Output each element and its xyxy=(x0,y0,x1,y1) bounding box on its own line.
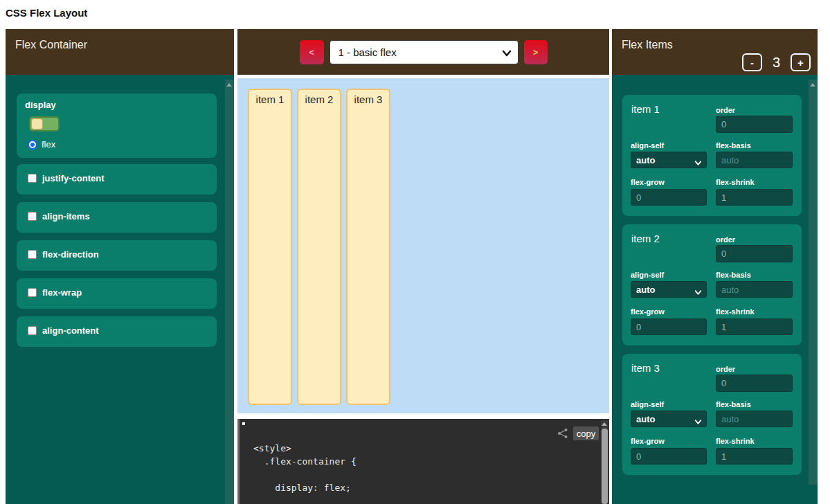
align-self-select[interactable]: auto xyxy=(631,152,707,168)
item-card-title: item 2 xyxy=(631,233,660,244)
page-title: CSS Flex Layout xyxy=(6,7,87,19)
flex-grow-label: flex-grow xyxy=(631,307,665,316)
flex-grow-input[interactable] xyxy=(631,189,707,206)
display-toggle[interactable] xyxy=(29,116,60,132)
flex-basis-input[interactable] xyxy=(716,152,793,168)
flex-items-panel: Flex Items - 3 + item 1 order align-self… xyxy=(612,29,818,504)
display-toggle-knob[interactable] xyxy=(31,118,43,129)
remove-item-button[interactable]: - xyxy=(742,53,762,71)
align-self-select[interactable]: auto xyxy=(631,411,707,427)
flex-wrap-card: flex-wrap xyxy=(17,278,217,309)
align-items-checkbox[interactable] xyxy=(28,212,37,221)
left-panel-scrollbar[interactable] xyxy=(225,80,234,504)
item-count-value: 3 xyxy=(773,55,780,71)
order-input[interactable] xyxy=(716,375,793,392)
order-input[interactable] xyxy=(716,245,793,262)
flex-shrink-input[interactable] xyxy=(716,448,793,465)
flex-wrap-checkbox[interactable] xyxy=(28,288,37,297)
code-output-panel: copy <style> .flex-container { display: … xyxy=(237,419,609,504)
justify-content-checkbox[interactable] xyxy=(28,174,37,183)
flex-direction-checkbox[interactable] xyxy=(28,250,37,259)
display-flex-radio[interactable] xyxy=(28,140,37,150)
align-items-card: align-items xyxy=(17,202,217,233)
right-panel-scrollbar[interactable] xyxy=(809,80,818,485)
next-example-button[interactable]: > xyxy=(524,40,548,64)
flex-grow-label: flex-grow xyxy=(631,178,665,186)
order-label: order xyxy=(716,365,735,373)
code-line: .flex-container { xyxy=(253,455,357,468)
align-self-label: align-self xyxy=(631,400,664,408)
add-item-button[interactable]: + xyxy=(791,53,811,71)
code-scrollbar[interactable] xyxy=(601,420,608,504)
order-label: order xyxy=(716,235,735,244)
code-panel-dot xyxy=(242,422,245,425)
flex-grow-label: flex-grow xyxy=(631,437,665,445)
share-icon[interactable] xyxy=(557,428,568,439)
copy-code-button[interactable]: copy xyxy=(573,426,599,440)
flex-container-panel-title: Flex Container xyxy=(15,39,87,51)
code-line: display: flex; xyxy=(253,481,357,494)
flex-preview-item: item 3 xyxy=(346,89,390,405)
align-self-label: align-self xyxy=(631,141,664,150)
flex-container-panel-body: display flex justify-content align-items xyxy=(6,75,234,504)
flex-basis-input[interactable] xyxy=(716,281,793,298)
flex-direction-card: flex-direction xyxy=(17,240,217,271)
flex-shrink-label: flex-shrink xyxy=(716,437,755,445)
scroll-up-arrow-icon[interactable] xyxy=(226,83,232,87)
item-3-card: item 3 order align-self auto flex-basis … xyxy=(622,354,802,475)
align-self-label: align-self xyxy=(631,271,664,279)
item-count-controls: - 3 + xyxy=(742,53,811,71)
example-select[interactable]: 1 - basic flex xyxy=(330,40,518,64)
align-self-select[interactable]: auto xyxy=(631,281,707,298)
align-self-select-wrap: auto xyxy=(631,281,707,298)
flex-wrap-label: flex-wrap xyxy=(42,287,82,298)
flex-shrink-input[interactable] xyxy=(716,189,793,206)
flex-shrink-input[interactable] xyxy=(716,318,793,335)
align-self-select-wrap: auto xyxy=(631,411,707,427)
display-property-card: display flex xyxy=(17,93,217,158)
flex-basis-input[interactable] xyxy=(716,411,793,427)
flex-preview-item: item 1 xyxy=(248,89,292,405)
code-line xyxy=(253,468,357,481)
item-card-title: item 1 xyxy=(631,103,660,115)
flex-items-panel-title: Flex Items xyxy=(622,39,673,51)
align-content-checkbox[interactable] xyxy=(28,326,37,335)
flex-preview-container: item 1 item 2 item 3 xyxy=(237,78,609,413)
display-flex-radio-label: flex xyxy=(42,139,55,150)
scroll-up-arrow-icon[interactable] xyxy=(810,83,815,87)
display-label: display xyxy=(25,100,56,110)
flex-items-panel-header: Flex Items - 3 + xyxy=(612,29,818,75)
align-self-select-wrap: auto xyxy=(631,152,707,168)
item-2-card: item 2 order align-self auto flex-basis … xyxy=(622,224,802,345)
flex-shrink-label: flex-shrink xyxy=(716,307,755,316)
flex-direction-label: flex-direction xyxy=(42,249,99,260)
generated-css-code: <style> .flex-container { display: flex; xyxy=(253,442,357,494)
order-input[interactable] xyxy=(716,116,793,133)
flex-basis-label: flex-basis xyxy=(716,271,751,279)
align-items-label: align-items xyxy=(42,211,90,222)
flex-container-panel-header: Flex Container xyxy=(6,29,234,75)
flex-shrink-label: flex-shrink xyxy=(716,178,755,186)
flex-basis-label: flex-basis xyxy=(716,400,751,408)
flex-grow-input[interactable] xyxy=(631,318,707,335)
item-1-card: item 1 order align-self auto flex-basis … xyxy=(622,95,802,216)
item-card-title: item 3 xyxy=(631,362,660,374)
example-nav-bar: < 1 - basic flex > xyxy=(237,29,609,75)
example-select-wrap: 1 - basic flex xyxy=(330,40,518,64)
previous-example-button[interactable]: < xyxy=(300,40,324,64)
justify-content-card: justify-content xyxy=(17,164,217,195)
code-scrollbar-thumb[interactable] xyxy=(602,429,608,504)
align-content-card: align-content xyxy=(17,316,217,347)
scroll-up-arrow-icon[interactable] xyxy=(602,422,607,426)
flex-basis-label: flex-basis xyxy=(716,141,751,150)
flex-preview-item: item 2 xyxy=(297,89,341,405)
code-line: <style> xyxy=(253,442,357,455)
align-content-label: align-content xyxy=(42,325,99,336)
order-label: order xyxy=(716,106,735,114)
justify-content-label: justify-content xyxy=(42,173,105,183)
flex-container-panel: Flex Container display flex justify-cont… xyxy=(6,29,234,504)
flex-grow-input[interactable] xyxy=(631,448,707,465)
flex-items-panel-body: item 1 order align-self auto flex-basis … xyxy=(612,75,818,504)
